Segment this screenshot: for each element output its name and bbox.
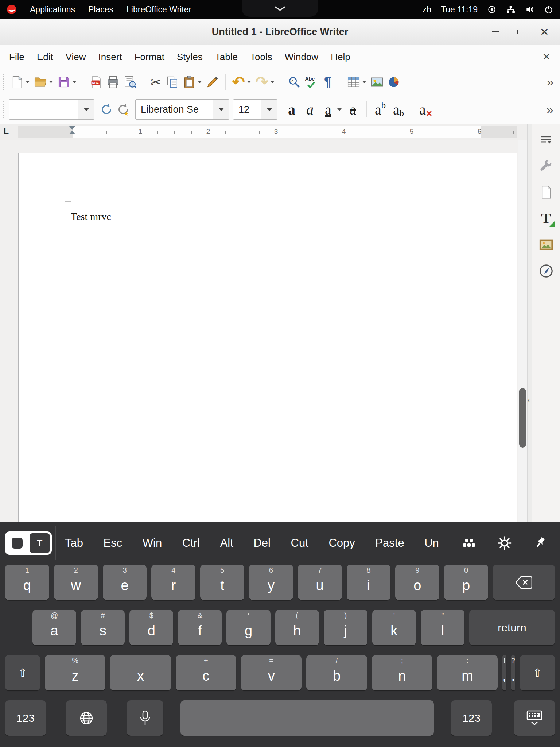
key-u[interactable]: 7u [298, 565, 342, 600]
formatting-marks-button[interactable]: ¶ [319, 72, 336, 92]
document-text[interactable]: Test mrvc [71, 211, 111, 222]
active-app-menu[interactable]: LibreOffice Writer [127, 5, 191, 15]
network-icon[interactable] [506, 5, 516, 14]
sidebar-collapse-arrow-icon[interactable]: ‹ [528, 396, 530, 404]
clock[interactable]: Tue 11:19 [441, 5, 478, 15]
input-method-indicator[interactable]: zh [423, 5, 431, 15]
export-pdf-button[interactable]: PDF [88, 72, 105, 92]
bold-button[interactable]: a [283, 99, 301, 120]
menu-item-window[interactable]: Window [279, 51, 324, 63]
key-i[interactable]: 8i [347, 565, 391, 600]
screenshot-icon[interactable] [487, 5, 497, 14]
key-x[interactable]: -x [110, 655, 171, 690]
close-document-button[interactable]: ✕ [542, 51, 557, 63]
minimize-button[interactable] [492, 31, 499, 32]
font-size-dropdown[interactable] [261, 100, 277, 119]
font-size-value[interactable]: 12 [233, 100, 261, 119]
key-c[interactable]: +c [176, 655, 236, 690]
font-size-combo[interactable]: 12 [233, 99, 277, 120]
left-indent-handle[interactable] [69, 131, 75, 134]
subscript-button[interactable]: ab [389, 99, 408, 120]
key-p[interactable]: 0p [444, 565, 488, 600]
find-replace-button[interactable]: a [286, 72, 303, 92]
key-m[interactable]: :m [437, 655, 498, 690]
sidebar-navigator-button[interactable] [536, 261, 556, 281]
kb-toolbar-key-del[interactable]: Del [253, 537, 271, 550]
first-line-indent-handle[interactable] [69, 126, 75, 130]
undo-button[interactable]: ↶ [230, 72, 247, 92]
clear-formatting-button[interactable]: a✕ [417, 99, 435, 120]
gear-icon[interactable] [497, 536, 512, 550]
open-dropdown[interactable] [49, 81, 53, 83]
key-,[interactable]: !, [502, 655, 506, 690]
underline-dropdown[interactable] [337, 108, 342, 111]
dictation-key[interactable] [127, 700, 163, 736]
new-document-dropdown[interactable] [26, 81, 30, 83]
kb-toolbar-key-copy[interactable]: Copy [328, 537, 355, 550]
font-name-dropdown[interactable] [213, 100, 229, 119]
key-grid-icon[interactable] [462, 538, 476, 548]
pin-icon[interactable] [533, 536, 548, 550]
menu-item-file[interactable]: File [3, 51, 31, 63]
toolbar-overflow-button[interactable]: » [547, 75, 556, 89]
shift-key-left[interactable]: ⇧ [5, 655, 40, 690]
kb-toolbar-key-alt[interactable]: Alt [220, 537, 233, 550]
numbers-key-left[interactable]: 123 [5, 700, 46, 736]
paste-button[interactable] [181, 72, 198, 92]
key-j[interactable]: )j [324, 610, 368, 645]
sidebar-properties-button[interactable] [536, 156, 556, 176]
key-v[interactable]: =v [241, 655, 302, 690]
menu-item-edit[interactable]: Edit [31, 51, 59, 63]
redo-button[interactable]: ↷ [253, 72, 270, 92]
applications-menu[interactable]: Applications [30, 5, 75, 15]
document-area[interactable]: Test mrvc [0, 140, 527, 522]
undo-dropdown[interactable] [247, 81, 251, 83]
menu-item-help[interactable]: Help [324, 51, 356, 63]
horizontal-ruler[interactable]: 123456 L [0, 124, 527, 140]
toolbar-drag-handle[interactable] [3, 101, 5, 118]
key-g[interactable]: *g [226, 610, 270, 645]
save-button[interactable] [55, 72, 72, 92]
shift-key-right[interactable]: ⇧ [520, 655, 555, 690]
sidebar-page-button[interactable] [536, 182, 556, 202]
menu-item-view[interactable]: View [59, 51, 92, 63]
key-f[interactable]: &f [178, 610, 222, 645]
clone-formatting-button[interactable] [204, 72, 221, 92]
menu-item-styles[interactable]: Styles [171, 51, 209, 63]
key-w[interactable]: 2w [54, 565, 98, 600]
toolbar-overflow-button[interactable]: » [547, 102, 556, 117]
return-key[interactable]: return [469, 610, 555, 645]
restore-button[interactable] [517, 30, 522, 34]
redo-dropdown[interactable] [270, 81, 275, 83]
close-window-button[interactable]: ✕ [540, 27, 549, 38]
menu-item-table[interactable]: Table [209, 51, 244, 63]
paragraph-style-value[interactable] [9, 100, 78, 119]
key-n[interactable]: ;n [372, 655, 432, 690]
sidebar-gallery-button[interactable] [536, 235, 556, 255]
menu-item-tools[interactable]: Tools [244, 51, 279, 63]
menu-item-format[interactable]: Format [128, 51, 171, 63]
kb-toolbar-key-win[interactable]: Win [143, 537, 162, 550]
power-icon[interactable] [544, 5, 553, 14]
update-style-button[interactable] [98, 99, 115, 120]
vertical-scrollbar[interactable] [518, 140, 527, 522]
copy-button[interactable] [164, 72, 181, 92]
kb-toolbar-key-paste[interactable]: Paste [375, 537, 404, 550]
superscript-button[interactable]: ab [371, 99, 389, 120]
key-q[interactable]: 1q [5, 565, 49, 600]
kb-toolbar-key-un[interactable]: Un [424, 537, 439, 550]
key-h[interactable]: (h [275, 610, 319, 645]
key-e[interactable]: 3e [103, 565, 147, 600]
kb-toolbar-key-esc[interactable]: Esc [104, 537, 122, 550]
globe-key[interactable] [66, 700, 107, 736]
key-k[interactable]: 'k [372, 610, 416, 645]
key-o[interactable]: 9o [395, 565, 439, 600]
key-y[interactable]: 6y [249, 565, 293, 600]
font-name-value[interactable]: Liberation Se [136, 100, 213, 119]
key-r[interactable]: 4r [151, 565, 195, 600]
indent-marker[interactable] [69, 126, 75, 134]
key-t[interactable]: 5t [200, 565, 244, 600]
italic-button[interactable]: a [301, 99, 319, 120]
backspace-key[interactable] [493, 565, 555, 600]
strikethrough-button[interactable]: a [344, 99, 362, 120]
